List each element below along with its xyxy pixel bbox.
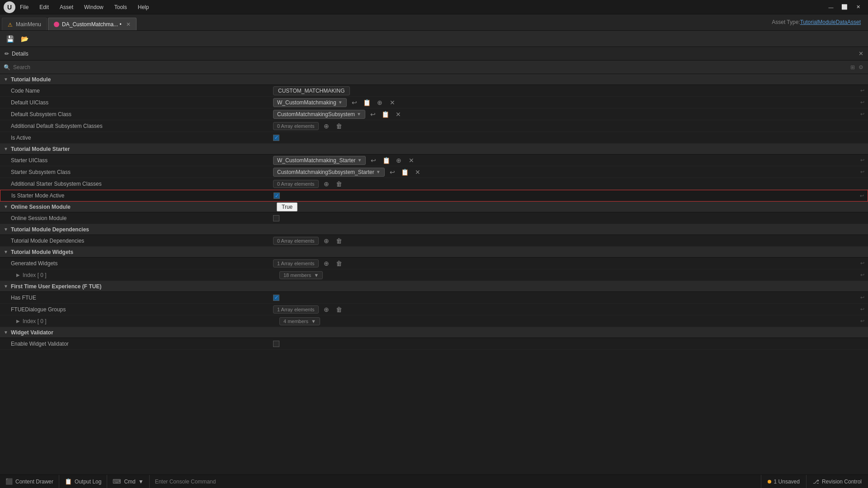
ftue-index-0-members[interactable]: 4 members ▼ bbox=[279, 317, 320, 325]
deps-delete-icon[interactable]: 🗑 bbox=[334, 236, 344, 246]
toolbar: 💾 📂 bbox=[0, 31, 868, 47]
asset-type-value[interactable]: TutorialModuleDataAsset bbox=[800, 19, 861, 25]
output-log-button[interactable]: 📋 Output Log bbox=[59, 475, 107, 488]
uiclass-browse-icon[interactable]: ↩ bbox=[349, 98, 359, 108]
ftue-index-caret-icon[interactable]: ▶ bbox=[16, 319, 20, 324]
online-session-checkbox[interactable] bbox=[273, 215, 279, 221]
section-dependencies[interactable]: ▼ Tutorial Module Dependencies bbox=[0, 224, 868, 235]
prop-starter-uiclass-reset[interactable]: ↩ bbox=[857, 157, 868, 163]
maximize-button[interactable]: ⬜ bbox=[838, 2, 851, 12]
tab-close-icon[interactable]: ✕ bbox=[126, 21, 131, 28]
save-toolbar-button[interactable]: 💾 bbox=[4, 33, 16, 45]
enable-widget-validator-checkbox[interactable] bbox=[273, 341, 279, 347]
prop-ftue-groups-reset[interactable]: ↩ bbox=[857, 306, 868, 312]
details-title-label: Details bbox=[12, 51, 28, 57]
revision-control-button[interactable]: ⎇ Revision Control bbox=[806, 475, 868, 488]
content-drawer-button[interactable]: ⬛ Content Drawer bbox=[0, 475, 59, 488]
search-input[interactable] bbox=[13, 64, 847, 70]
open-toolbar-button[interactable]: 📂 bbox=[18, 33, 31, 45]
starter-subsystem-browse-icon[interactable]: ↩ bbox=[387, 167, 397, 177]
uiclass-add-icon[interactable]: ⊕ bbox=[375, 98, 385, 108]
search-settings-icon[interactable]: ⚙ bbox=[858, 63, 864, 71]
unsaved-button[interactable]: 1 Unsaved bbox=[761, 475, 806, 488]
section-tutorial-module[interactable]: ▼ Tutorial Module bbox=[0, 74, 868, 85]
console-input[interactable] bbox=[150, 475, 761, 488]
is-starter-mode-checkbox[interactable] bbox=[274, 192, 280, 199]
section-widget-validator-label: Widget Validator bbox=[11, 329, 53, 336]
starter-uiclass-copy-icon[interactable]: 📋 bbox=[381, 155, 391, 165]
deps-add-icon[interactable]: ⊕ bbox=[321, 236, 331, 246]
search-grid-icon[interactable]: ⊞ bbox=[849, 63, 856, 71]
section-widget-validator[interactable]: ▼ Widget Validator bbox=[0, 327, 868, 338]
prop-code-name-value: CUSTOM_MATCHMAKING bbox=[273, 86, 857, 95]
starter-uiclass-dropdown[interactable]: W_CustomMatchmaking_Starter ▼ bbox=[273, 156, 366, 165]
details-close-button[interactable]: ✕ bbox=[859, 50, 863, 57]
generated-widgets-delete-icon[interactable]: 🗑 bbox=[334, 258, 344, 268]
section-deps-label: Tutorial Module Dependencies bbox=[11, 226, 89, 233]
default-uiclass-dropdown[interactable]: W_CustomMatchmaking ▼ bbox=[273, 98, 347, 107]
additional-starter-delete-icon[interactable]: 🗑 bbox=[334, 179, 344, 189]
prop-default-subsystem-reset[interactable]: ↩ bbox=[857, 111, 868, 117]
prop-additional-subsystem-label: Additional Default Subsystem Classes bbox=[11, 123, 273, 129]
tab-warning-icon: ⚠ bbox=[8, 22, 13, 27]
minimize-button[interactable]: — bbox=[825, 2, 837, 12]
starter-uiclass-clear-icon[interactable]: ✕ bbox=[406, 155, 416, 165]
menu-file[interactable]: File bbox=[15, 2, 33, 12]
search-bar: 🔍 ⊞ ⚙ bbox=[0, 61, 868, 74]
tab-da-custom[interactable]: DA_CustomMatchma... • ✕ bbox=[48, 18, 137, 30]
menu-help[interactable]: Help bbox=[133, 2, 154, 12]
asset-type-label: Asset Type: bbox=[772, 19, 800, 25]
prop-code-name-reset[interactable]: ↩ bbox=[857, 88, 868, 94]
cmd-icon: ⌨ bbox=[113, 478, 121, 485]
generated-widgets-add-icon[interactable]: ⊕ bbox=[321, 258, 331, 268]
prop-has-ftue-reset[interactable]: ↩ bbox=[857, 295, 868, 300]
starter-uiclass-browse-icon[interactable]: ↩ bbox=[368, 155, 378, 165]
additional-subsystem-array-badge: 0 Array elements bbox=[273, 122, 319, 130]
section-widget-validator-caret-icon: ▼ bbox=[4, 330, 8, 335]
prop-generated-widgets-reset[interactable]: ↩ bbox=[857, 260, 868, 266]
uiclass-clear-icon[interactable]: ✕ bbox=[387, 98, 397, 108]
subsystem-copy-icon[interactable]: 📋 bbox=[381, 109, 391, 119]
uiclass-copy-icon[interactable]: 📋 bbox=[362, 98, 372, 108]
starter-subsystem-clear-icon[interactable]: ✕ bbox=[413, 167, 423, 177]
index-0-reset[interactable]: ↩ bbox=[857, 272, 868, 278]
additional-subsystem-add-icon[interactable]: ⊕ bbox=[321, 121, 331, 131]
ftue-groups-delete-icon[interactable]: 🗑 bbox=[334, 305, 344, 314]
index-0-members[interactable]: 18 members ▼ bbox=[279, 271, 323, 279]
additional-starter-add-icon[interactable]: ⊕ bbox=[321, 179, 331, 189]
window-controls: — ⬜ ✕ bbox=[825, 2, 864, 12]
ftue-index-0-reset[interactable]: ↩ bbox=[857, 318, 868, 324]
has-ftue-checkbox[interactable] bbox=[273, 295, 279, 301]
menu-window[interactable]: Window bbox=[80, 2, 108, 12]
index-0-expand-icon: ▼ bbox=[314, 272, 319, 278]
prop-default-subsystem-value: CustomMatchmakingSubsystem ▼ ↩ 📋 ✕ bbox=[273, 109, 857, 119]
prop-starter-subsystem-reset[interactable]: ↩ bbox=[857, 169, 868, 175]
section-tutorial-module-starter[interactable]: ▼ Tutorial Module Starter bbox=[0, 144, 868, 155]
subsystem-browse-icon[interactable]: ↩ bbox=[368, 109, 378, 119]
starter-subsystem-dropdown[interactable]: CustomMatchmakingSubsystem_Starter ▼ bbox=[273, 168, 385, 177]
tab-mainmenu[interactable]: ⚠ MainMenu bbox=[2, 18, 47, 30]
ftue-groups-add-icon[interactable]: ⊕ bbox=[321, 305, 331, 314]
section-widgets[interactable]: ▼ Tutorial Module Widgets bbox=[0, 247, 868, 258]
prop-default-uiclass-reset[interactable]: ↩ bbox=[857, 99, 868, 105]
subsystem-clear-icon[interactable]: ✕ bbox=[393, 109, 403, 119]
prop-is-starter-mode-reset[interactable]: ↩ bbox=[856, 193, 868, 199]
unsaved-label: 1 Unsaved bbox=[774, 479, 800, 485]
starter-subsystem-copy-icon[interactable]: 📋 bbox=[400, 167, 410, 177]
index-caret-icon[interactable]: ▶ bbox=[16, 272, 20, 277]
main-layout: ✏ Details ✕ 🔍 ⊞ ⚙ ▼ Tutorial Module Code… bbox=[0, 47, 868, 474]
starter-uiclass-add-icon[interactable]: ⊕ bbox=[394, 155, 404, 165]
cmd-button[interactable]: ⌨ Cmd ▼ bbox=[107, 475, 149, 488]
prop-is-starter-mode-value bbox=[274, 192, 856, 199]
section-online-session[interactable]: ▼ Online Session Module bbox=[0, 202, 868, 212]
tab-mainmenu-label: MainMenu bbox=[16, 21, 41, 28]
search-actions: ⊞ ⚙ bbox=[849, 63, 864, 71]
additional-subsystem-delete-icon[interactable]: 🗑 bbox=[334, 121, 344, 131]
default-subsystem-dropdown[interactable]: CustomMatchmakingSubsystem ▼ bbox=[273, 110, 365, 119]
section-ftue[interactable]: ▼ First Time User Experience (F TUE) bbox=[0, 281, 868, 292]
menu-asset[interactable]: Asset bbox=[55, 2, 78, 12]
menu-tools[interactable]: Tools bbox=[110, 2, 132, 12]
menu-edit[interactable]: Edit bbox=[35, 2, 53, 12]
close-button[interactable]: ✕ bbox=[852, 2, 864, 12]
is-active-checkbox[interactable] bbox=[273, 135, 279, 141]
